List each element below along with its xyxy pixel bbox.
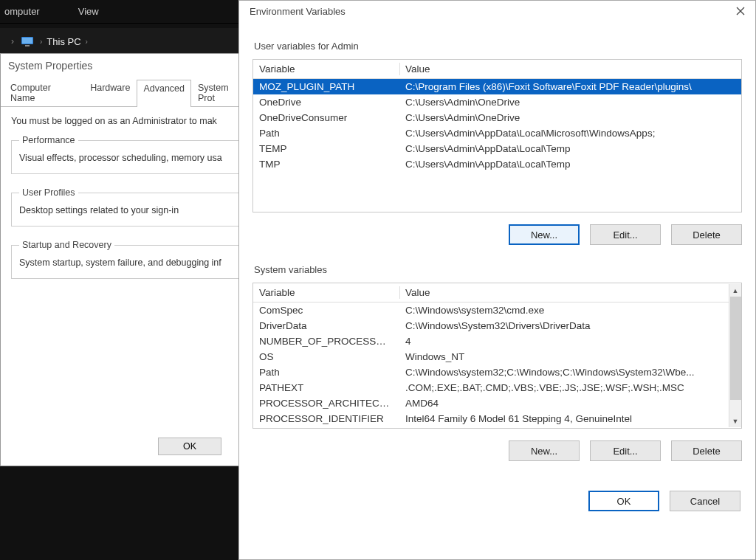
user-profiles-legend: User Profiles	[19, 187, 78, 198]
variable-name: DriverData	[253, 318, 399, 333]
scrollbar[interactable]: ▲ ▼	[729, 284, 741, 427]
performance-group: Performance Visual effects, processor sc…	[11, 135, 244, 174]
admin-note: You must be logged on as an Administrato…	[11, 116, 244, 126]
table-row[interactable]: PathC:\Windows\system32;C:\Windows;C:\Wi…	[253, 364, 741, 380]
variable-name: OneDrive	[253, 94, 399, 110]
chevron-right-icon: ›	[86, 38, 88, 46]
tab-advanced[interactable]: Advanced	[137, 80, 191, 107]
table-row[interactable]: OneDriveC:\Users\Admin\OneDrive	[253, 94, 741, 110]
startup-recovery-legend: Startup and Recovery	[19, 240, 114, 250]
variable-name: Path	[253, 125, 399, 141]
variable-name: MOZ_PLUGIN_PATH	[253, 79, 399, 94]
column-value[interactable]: Value	[399, 283, 741, 302]
ok-button[interactable]: OK	[158, 438, 221, 455]
variable-value: C:\Users\Admin\AppData\Local\Microsoft\W…	[399, 125, 741, 141]
this-pc-icon	[21, 36, 34, 46]
scroll-down-icon[interactable]: ▼	[729, 415, 742, 427]
cancel-button[interactable]: Cancel	[670, 491, 740, 511]
ribbon-tab-computer[interactable]: omputer	[0, 3, 44, 20]
user-edit-button[interactable]: Edit...	[590, 224, 661, 245]
user-profiles-text: Desktop settings related to your sign-in	[19, 205, 236, 215]
system-edit-button[interactable]: Edit...	[590, 440, 661, 461]
variable-value: C:\Users\Admin\OneDrive	[399, 94, 741, 110]
user-profiles-group: User Profiles Desktop settings related t…	[11, 187, 244, 227]
scroll-thumb[interactable]	[730, 297, 741, 400]
user-variables-label: User variables for Admin	[254, 41, 742, 52]
titlebar: Environment Variables	[239, 1, 755, 21]
chevron-right-icon[interactable]: ›	[4, 34, 21, 49]
system-delete-button[interactable]: Delete	[671, 440, 742, 461]
tab-hardware[interactable]: Hardware	[83, 79, 137, 106]
variable-value: 4	[399, 333, 741, 349]
startup-recovery-text: System startup, system failure, and debu…	[19, 257, 236, 268]
variable-name: ComSpec	[253, 303, 399, 318]
tab-strip: Computer Name Hardware Advanced System P…	[1, 79, 254, 107]
variable-value: C:\Windows\system32\cmd.exe	[399, 303, 741, 318]
table-row[interactable]: PROCESSOR_IDENTIFIERIntel64 Family 6 Mod…	[253, 411, 741, 426]
table-row[interactable]: PROCESSOR_ARCHITECTUREAMD64	[253, 395, 741, 411]
table-row[interactable]: ComSpecC:\Windows\system32\cmd.exe	[253, 303, 741, 318]
variable-name: PROCESSOR_ARCHITECTURE	[253, 395, 399, 411]
variable-name: TMP	[253, 156, 399, 172]
system-properties-dialog: System Properties Computer Name Hardware…	[0, 53, 255, 466]
startup-recovery-group: Startup and Recovery System startup, sys…	[11, 240, 244, 279]
variable-name: OneDriveConsumer	[253, 110, 399, 125]
variable-name: PATHEXT	[253, 380, 399, 395]
list-header[interactable]: Variable Value	[253, 283, 741, 303]
table-row[interactable]: OneDriveConsumerC:\Users\Admin\OneDrive	[253, 110, 741, 125]
table-row[interactable]: PATHEXT.COM;.EXE;.BAT;.CMD;.VBS;.VBE;.JS…	[253, 380, 741, 395]
breadcrumb-this-pc[interactable]: This PC	[47, 36, 80, 47]
ribbon-tab-view[interactable]: View	[74, 3, 103, 20]
variable-name: TEMP	[253, 141, 399, 156]
dialog-body: You must be logged on as an Administrato…	[1, 107, 254, 301]
variable-value: Windows_NT	[399, 349, 741, 364]
user-new-button[interactable]: New...	[509, 224, 580, 245]
tab-computer-name[interactable]: Computer Name	[4, 79, 83, 106]
svg-rect-2	[25, 45, 30, 46]
user-delete-button[interactable]: Delete	[671, 224, 742, 245]
variable-value: C:\Users\Admin\OneDrive	[399, 110, 741, 125]
scroll-up-icon[interactable]: ▲	[729, 284, 742, 297]
system-variables-label: System variables	[254, 264, 742, 275]
svg-rect-1	[22, 38, 32, 44]
variable-value: C:\Windows\System32\Drivers\DriverData	[399, 318, 741, 333]
user-variables-list[interactable]: Variable Value MOZ_PLUGIN_PATHC:\Program…	[252, 59, 742, 212]
system-new-button[interactable]: New...	[509, 440, 580, 461]
performance-text: Visual effects, processor scheduling, me…	[19, 153, 236, 163]
variable-name: Path	[253, 364, 399, 380]
table-row[interactable]: MOZ_PLUGIN_PATHC:\Program Files (x86)\Fo…	[253, 79, 741, 94]
list-header[interactable]: Variable Value	[253, 60, 741, 79]
variable-value: C:\Windows\system32;C:\Windows;C:\Window…	[399, 364, 741, 380]
close-icon[interactable]	[733, 4, 748, 18]
variable-value: Intel64 Family 6 Model 61 Stepping 4, Ge…	[399, 411, 741, 426]
environment-variables-dialog: Environment Variables User variables for…	[238, 0, 756, 560]
table-row[interactable]: OSWindows_NT	[253, 349, 741, 364]
variable-value: AMD64	[399, 395, 741, 411]
chevron-right-icon: ›	[40, 38, 42, 46]
dialog-title: Environment Variables	[250, 6, 346, 17]
system-variables-list[interactable]: Variable Value ComSpecC:\Windows\system3…	[252, 283, 742, 429]
column-value[interactable]: Value	[399, 60, 741, 78]
table-row[interactable]: TEMPC:\Users\Admin\AppData\Local\Temp	[253, 141, 741, 156]
variable-value: C:\Users\Admin\AppData\Local\Temp	[399, 141, 741, 156]
table-row[interactable]: DriverDataC:\Windows\System32\Drivers\Dr…	[253, 318, 741, 333]
dialog-title: System Properties	[1, 54, 254, 79]
column-variable[interactable]: Variable	[253, 283, 399, 302]
ok-button[interactable]: OK	[588, 491, 659, 511]
table-row[interactable]: TMPC:\Users\Admin\AppData\Local\Temp	[253, 156, 741, 172]
column-variable[interactable]: Variable	[253, 60, 399, 78]
variable-name: PROCESSOR_IDENTIFIER	[253, 411, 399, 426]
variable-name: NUMBER_OF_PROCESSORS	[253, 333, 399, 349]
variable-name: OS	[253, 349, 399, 364]
performance-legend: Performance	[19, 135, 78, 145]
variable-value: C:\Users\Admin\AppData\Local\Temp	[399, 156, 741, 172]
variable-value: .COM;.EXE;.BAT;.CMD;.VBS;.VBE;.JS;.JSE;.…	[399, 380, 741, 395]
variable-value: C:\Program Files (x86)\Foxit Software\Fo…	[399, 79, 741, 94]
table-row[interactable]: NUMBER_OF_PROCESSORS4	[253, 333, 741, 349]
breadcrumb[interactable]: › This PC ›	[40, 36, 88, 47]
table-row[interactable]: PathC:\Users\Admin\AppData\Local\Microso…	[253, 125, 741, 141]
